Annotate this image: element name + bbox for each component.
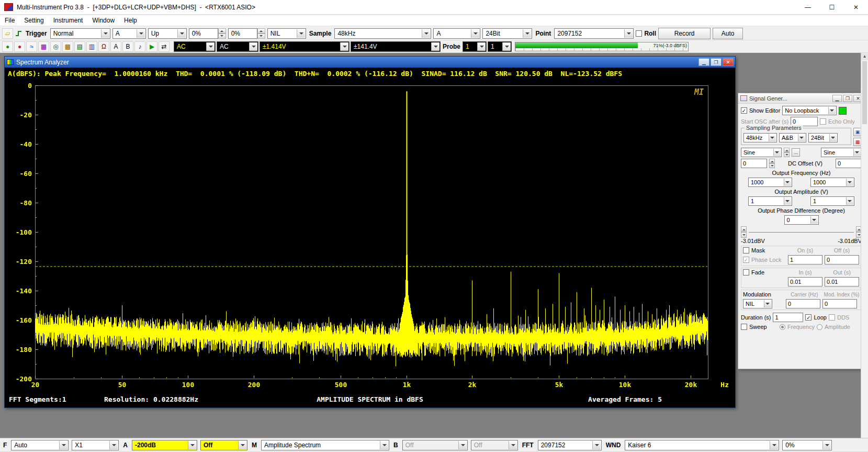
- siggen-channels-select[interactable]: A&B: [779, 133, 806, 142]
- dds-checkbox[interactable]: DDS: [829, 314, 849, 321]
- siggen-bits-select[interactable]: 24Bit: [808, 133, 838, 142]
- spectrum-plot[interactable]: [5, 80, 735, 394]
- multimeter-icon[interactable]: ◎: [50, 41, 61, 52]
- data-logger-icon[interactable]: ▤: [74, 41, 85, 52]
- sweep-amplitude-radio-circle[interactable]: [817, 324, 822, 330]
- menu-file[interactable]: File: [0, 16, 19, 25]
- pre-trigger-stepper[interactable]: 0%: [228, 28, 265, 39]
- range-a-select[interactable]: ±1.414V: [260, 41, 350, 52]
- open-file-icon[interactable]: ▱: [2, 28, 13, 39]
- stop-icon[interactable]: ●: [14, 41, 25, 52]
- spectrum-minimize-icon[interactable]: ▁: [698, 58, 709, 66]
- fade-checkbox[interactable]: Fade: [743, 269, 786, 275]
- window-function-select[interactable]: Kaiser 6: [625, 440, 779, 450]
- fade-in-input[interactable]: 0.01: [788, 277, 822, 286]
- roll-checkbox[interactable]: Roll: [636, 30, 656, 37]
- minimize-button[interactable]: —: [796, 0, 820, 15]
- auto-button[interactable]: Auto: [713, 28, 743, 39]
- loopback-select[interactable]: No Loopback: [782, 106, 837, 115]
- pre-trigger-value[interactable]: 0%: [228, 28, 257, 39]
- overlap-select[interactable]: 0%: [782, 440, 832, 450]
- frequency-b-select[interactable]: 1000: [810, 178, 854, 187]
- show-editor-checkbox[interactable]: ✓ Show Editor: [741, 107, 780, 114]
- dc-offset-a-input[interactable]: 0: [741, 159, 767, 168]
- zoom-select[interactable]: X1: [72, 440, 119, 450]
- siggen-minimize-icon[interactable]: ▁: [832, 95, 842, 102]
- signal-generator-window[interactable]: Signal Gener... ▁ ❐ ✕ ✓ Show Editor No L…: [738, 93, 865, 369]
- siggen-titlebar[interactable]: Signal Gener... ▁ ❐ ✕: [738, 93, 864, 104]
- sampling-channels-select[interactable]: A: [433, 28, 480, 39]
- trigger-edge-select[interactable]: Up: [148, 28, 187, 39]
- siggen-rate-select[interactable]: 48kHz: [743, 133, 777, 142]
- duration-input[interactable]: 1: [773, 313, 803, 322]
- sample-rate-select[interactable]: 48kHz: [334, 28, 431, 39]
- loopback-icon[interactable]: ⇄: [159, 41, 170, 52]
- mask-off-input[interactable]: 0: [825, 255, 859, 264]
- math-mode-select[interactable]: Amplitude Spectrum: [261, 440, 389, 450]
- carrier-input[interactable]: 0: [786, 299, 820, 308]
- roll-checkbox-box[interactable]: [636, 30, 642, 37]
- coupling-a-select[interactable]: AC: [174, 41, 216, 52]
- sweep-checkbox[interactable]: Sweep: [741, 324, 777, 330]
- mask-on-input[interactable]: 1: [788, 255, 822, 264]
- b-range-select[interactable]: Off: [402, 440, 468, 450]
- dc-offset-b-input[interactable]: 0: [836, 159, 862, 168]
- spectrum-window-titlebar[interactable]: Spectrum Analyzer ▁ ❐ ✕: [5, 57, 735, 68]
- workspace-scrollbar[interactable]: ▲: [861, 53, 868, 438]
- trigger-level-value[interactable]: 0%: [189, 28, 218, 39]
- level-slider-track[interactable]: [749, 232, 854, 233]
- spectrum-analyzer-window[interactable]: Spectrum Analyzer ▁ ❐ ✕ A(dBFS): Peak Fr…: [4, 56, 736, 408]
- waveform-a-select[interactable]: Sine: [741, 148, 782, 157]
- range-b-select[interactable]: ±141.4V: [351, 41, 441, 52]
- menu-window[interactable]: Window: [87, 16, 119, 25]
- spectrum-analyzer-icon[interactable]: ▦: [38, 41, 49, 52]
- probe-b-select[interactable]: 1: [488, 41, 512, 52]
- volume-icon[interactable]: ♪: [134, 41, 145, 52]
- a-persistence-select[interactable]: Off: [200, 440, 247, 450]
- echo-only-box[interactable]: [820, 118, 826, 125]
- spectrum-3d-plot-icon[interactable]: ▩: [62, 41, 73, 52]
- a-range-select[interactable]: -200dB: [132, 440, 197, 450]
- menu-setting[interactable]: Setting: [19, 16, 48, 25]
- freq-axis-select[interactable]: Auto: [11, 440, 69, 450]
- mask-checkbox[interactable]: Mask: [743, 247, 786, 253]
- show-editor-box[interactable]: ✓: [741, 107, 747, 114]
- phase-difference-select[interactable]: 0: [784, 215, 819, 225]
- trigger-mode-select[interactable]: Normal: [50, 28, 110, 39]
- spectrum-restore-icon[interactable]: ❐: [711, 58, 722, 66]
- amplitude-b-select[interactable]: 1: [810, 196, 854, 206]
- loop-box[interactable]: ✓: [805, 314, 811, 321]
- dds-box[interactable]: [829, 314, 835, 321]
- scrollbar-thumb[interactable]: [862, 61, 867, 124]
- trigger-source-select[interactable]: A: [112, 28, 146, 39]
- dc-offset-a-stepper[interactable]: [769, 159, 775, 168]
- scroll-up-icon[interactable]: ▲: [861, 53, 868, 60]
- lcr-meter-icon[interactable]: Ω: [98, 41, 109, 52]
- waveform-a-stepper[interactable]: [784, 148, 790, 157]
- oscilloscope-icon[interactable]: ≈: [26, 41, 37, 52]
- phase-lock-box[interactable]: ✓: [743, 257, 749, 263]
- waveform-b-select[interactable]: Sine: [821, 148, 862, 157]
- sweep-frequency-radio-circle[interactable]: [780, 324, 785, 330]
- menu-help[interactable]: Help: [119, 16, 142, 25]
- sweep-box[interactable]: [741, 324, 747, 330]
- zoom-a-icon[interactable]: A: [110, 41, 121, 52]
- pre-trigger-up-icon[interactable]: [257, 28, 265, 34]
- run-icon[interactable]: ●: [2, 41, 13, 52]
- sweep-amplitude-radio[interactable]: Amplitude: [817, 324, 850, 330]
- output-on-indicator[interactable]: [839, 107, 847, 115]
- mask-box[interactable]: [743, 247, 749, 253]
- echo-only-checkbox[interactable]: Echo Only: [820, 118, 855, 125]
- siggen-maximize-icon[interactable]: ❐: [843, 95, 852, 102]
- trigger-level-down-icon[interactable]: [218, 34, 226, 39]
- amplitude-a-select[interactable]: 1: [748, 196, 792, 206]
- sweep-frequency-radio[interactable]: Frequency: [780, 324, 815, 330]
- pre-trigger-down-icon[interactable]: [257, 34, 265, 39]
- frequency-a-select[interactable]: 1000: [748, 178, 792, 187]
- play-icon[interactable]: ▶: [146, 41, 157, 52]
- modulation-type-select[interactable]: NIL: [743, 299, 772, 308]
- hpf-select[interactable]: NIL: [267, 28, 306, 39]
- b-persistence-select[interactable]: Off: [471, 440, 518, 450]
- mod-index-input[interactable]: 0: [822, 299, 857, 308]
- zoom-b-icon[interactable]: B: [122, 41, 133, 52]
